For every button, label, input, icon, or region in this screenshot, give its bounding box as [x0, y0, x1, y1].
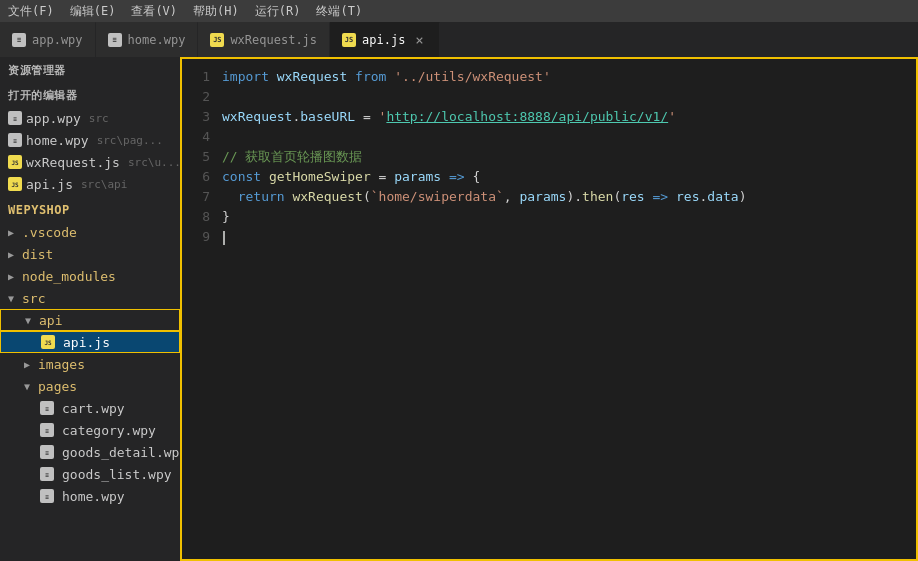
code-line-4: 4	[182, 127, 916, 147]
wpy-icon: ≡	[40, 489, 54, 503]
wpy-icon: ≡	[40, 401, 54, 415]
sidebar-item-home-wpy[interactable]: ≡ home.wpy	[0, 485, 180, 507]
js-icon: JS	[41, 335, 55, 349]
menu-edit[interactable]: 编辑(E)	[70, 3, 116, 20]
tab-label: app.wpy	[32, 33, 83, 47]
sidebar-item-node-modules[interactable]: ▶ node_modules	[0, 265, 180, 287]
file-label: category.wpy	[62, 423, 156, 438]
line-content: return wxRequest(`home/swiperdata`, para…	[222, 187, 916, 207]
chevron-right-icon: ▶	[24, 359, 30, 370]
line-content	[222, 87, 916, 107]
sidebar-item-dist[interactable]: ▶ dist	[0, 243, 180, 265]
line-number: 9	[182, 227, 222, 247]
file-label: api.js	[63, 335, 110, 350]
main-layout: 资源管理器 打开的编辑器 ≡ app.wpy src ≡ home.wpy sr…	[0, 57, 918, 561]
sidebar: 资源管理器 打开的编辑器 ≡ app.wpy src ≡ home.wpy sr…	[0, 57, 180, 561]
sidebar-item-cart-wpy[interactable]: ≡ cart.wpy	[0, 397, 180, 419]
tab-wpy-icon: ≡	[108, 33, 122, 47]
tab-bar: ≡ app.wpy ≡ home.wpy JS wxRequest.js JS …	[0, 22, 918, 57]
tab-label: api.js	[362, 33, 405, 47]
code-line-3: 3 wxRequest.baseURL = 'http://localhost:…	[182, 107, 916, 127]
code-line-2: 2	[182, 87, 916, 107]
tab-app-wpy[interactable]: ≡ app.wpy	[0, 22, 96, 57]
code-line-8: 8 }	[182, 207, 916, 227]
line-number: 7	[182, 187, 222, 207]
code-editor[interactable]: 1 import wxRequest from '../utils/wxRequ…	[182, 59, 916, 559]
line-number: 2	[182, 87, 222, 107]
code-line-7: 7 return wxRequest(`home/swiperdata`, pa…	[182, 187, 916, 207]
line-number: 3	[182, 107, 222, 127]
line-content: import wxRequest from '../utils/wxReques…	[222, 67, 916, 87]
line-number: 6	[182, 167, 222, 187]
folder-label: images	[38, 357, 85, 372]
sidebar-item-pages[interactable]: ▼ pages	[0, 375, 180, 397]
open-editor-api-js[interactable]: JS api.js src\api	[0, 173, 180, 195]
line-number: 4	[182, 127, 222, 147]
js-icon: JS	[8, 155, 22, 169]
sidebar-item-goods-detail-wpy[interactable]: ≡ goods_detail.wpy	[0, 441, 180, 463]
sidebar-explorer-title: 资源管理器	[0, 57, 180, 82]
chevron-right-icon: ▶	[8, 249, 14, 260]
open-editor-label: api.js	[26, 177, 73, 192]
folder-label: node_modules	[22, 269, 116, 284]
wpy-icon: ≡	[8, 133, 22, 147]
tab-label: home.wpy	[128, 33, 186, 47]
menu-view[interactable]: 查看(V)	[131, 3, 177, 20]
file-label: goods_detail.wpy	[62, 445, 180, 460]
code-line-9: 9	[182, 227, 916, 247]
wpy-icon: ≡	[40, 423, 54, 437]
line-number: 8	[182, 207, 222, 227]
folder-label: api	[39, 313, 62, 328]
chevron-right-icon: ▶	[8, 227, 14, 238]
folder-label: dist	[22, 247, 53, 262]
open-editor-label: wxRequest.js	[26, 155, 120, 170]
tab-home-wpy[interactable]: ≡ home.wpy	[96, 22, 199, 57]
code-line-6: 6 const getHomeSwiper = params => {	[182, 167, 916, 187]
line-content	[222, 127, 916, 147]
chevron-down-icon: ▼	[24, 381, 30, 392]
tab-wpy-icon: ≡	[12, 33, 26, 47]
menu-run[interactable]: 运行(R)	[255, 3, 301, 20]
open-editor-path: src	[89, 112, 109, 125]
line-content: }	[222, 207, 916, 227]
file-label: goods_list.wpy	[62, 467, 172, 482]
js-icon: JS	[8, 177, 22, 191]
code-line-5: 5 // 获取首页轮播图数据	[182, 147, 916, 167]
open-editor-path: src\u...	[128, 156, 180, 169]
menu-help[interactable]: 帮助(H)	[193, 3, 239, 20]
menu-bar: 文件(F) 编辑(E) 查看(V) 帮助(H) 运行(R) 终端(T)	[0, 0, 918, 22]
tab-close-button[interactable]: ×	[411, 32, 427, 48]
sidebar-item-api-js[interactable]: JS api.js	[0, 331, 180, 353]
open-editor-home-wpy[interactable]: ≡ home.wpy src\pag...	[0, 129, 180, 151]
sidebar-item-goods-list-wpy[interactable]: ≡ goods_list.wpy	[0, 463, 180, 485]
open-editor-path: src\api	[81, 178, 127, 191]
open-editor-app-wpy[interactable]: ≡ app.wpy src	[0, 107, 180, 129]
tab-wxrequest-js[interactable]: JS wxRequest.js	[198, 22, 330, 57]
wpy-icon: ≡	[40, 445, 54, 459]
code-line-1: 1 import wxRequest from '../utils/wxRequ…	[182, 67, 916, 87]
line-number: 1	[182, 67, 222, 87]
tab-js-icon: JS	[210, 33, 224, 47]
chevron-down-icon: ▼	[8, 293, 14, 304]
menu-file[interactable]: 文件(F)	[8, 3, 54, 20]
tab-api-js[interactable]: JS api.js ×	[330, 22, 440, 57]
sidebar-item-src[interactable]: ▼ src	[0, 287, 180, 309]
line-content: const getHomeSwiper = params => {	[222, 167, 916, 187]
open-editor-path: src\pag...	[97, 134, 163, 147]
sidebar-item-vscode[interactable]: ▶ .vscode	[0, 221, 180, 243]
sidebar-item-api[interactable]: ▼ api	[0, 309, 180, 331]
file-label: home.wpy	[62, 489, 125, 504]
tab-js-icon: JS	[342, 33, 356, 47]
sidebar-item-category-wpy[interactable]: ≡ category.wpy	[0, 419, 180, 441]
line-content: wxRequest.baseURL = 'http://localhost:88…	[222, 107, 916, 127]
chevron-right-icon: ▶	[8, 271, 14, 282]
wpy-icon: ≡	[40, 467, 54, 481]
open-editors-label[interactable]: 打开的编辑器	[0, 82, 180, 107]
editor-outline: 1 import wxRequest from '../utils/wxRequ…	[180, 57, 918, 561]
line-content	[222, 227, 916, 247]
sidebar-item-images[interactable]: ▶ images	[0, 353, 180, 375]
open-editor-label: home.wpy	[26, 133, 89, 148]
folder-label: pages	[38, 379, 77, 394]
menu-terminal[interactable]: 终端(T)	[316, 3, 362, 20]
open-editor-wxrequest-js[interactable]: JS wxRequest.js src\u...	[0, 151, 180, 173]
